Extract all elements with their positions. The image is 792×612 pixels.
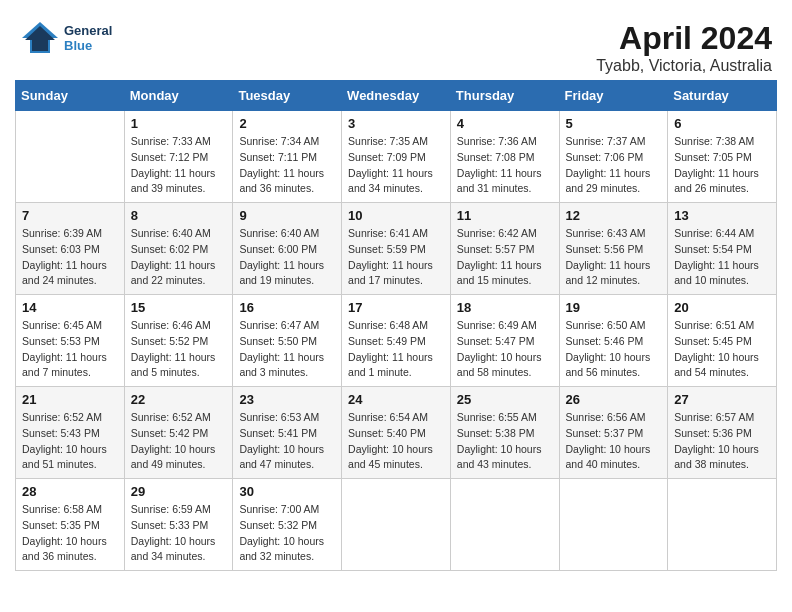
day-number: 17: [348, 300, 444, 315]
day-number: 25: [457, 392, 553, 407]
day-number: 11: [457, 208, 553, 223]
week-row-5: 28Sunrise: 6:58 AM Sunset: 5:35 PM Dayli…: [16, 479, 777, 571]
day-detail: Sunrise: 6:45 AM Sunset: 5:53 PM Dayligh…: [22, 318, 118, 381]
week-row-3: 14Sunrise: 6:45 AM Sunset: 5:53 PM Dayli…: [16, 295, 777, 387]
calendar-cell: [342, 479, 451, 571]
main-title: April 2024: [596, 20, 772, 57]
calendar-cell: 29Sunrise: 6:59 AM Sunset: 5:33 PM Dayli…: [124, 479, 233, 571]
day-number: 15: [131, 300, 227, 315]
day-number: 12: [566, 208, 662, 223]
day-number: 3: [348, 116, 444, 131]
day-detail: Sunrise: 6:43 AM Sunset: 5:56 PM Dayligh…: [566, 226, 662, 289]
calendar-cell: 10Sunrise: 6:41 AM Sunset: 5:59 PM Dayli…: [342, 203, 451, 295]
day-detail: Sunrise: 7:37 AM Sunset: 7:06 PM Dayligh…: [566, 134, 662, 197]
day-number: 8: [131, 208, 227, 223]
calendar-cell: 12Sunrise: 6:43 AM Sunset: 5:56 PM Dayli…: [559, 203, 668, 295]
day-detail: Sunrise: 6:48 AM Sunset: 5:49 PM Dayligh…: [348, 318, 444, 381]
day-detail: Sunrise: 6:59 AM Sunset: 5:33 PM Dayligh…: [131, 502, 227, 565]
calendar-cell: 16Sunrise: 6:47 AM Sunset: 5:50 PM Dayli…: [233, 295, 342, 387]
logo-text: General Blue: [64, 23, 112, 53]
day-detail: Sunrise: 6:56 AM Sunset: 5:37 PM Dayligh…: [566, 410, 662, 473]
day-detail: Sunrise: 6:44 AM Sunset: 5:54 PM Dayligh…: [674, 226, 770, 289]
day-number: 30: [239, 484, 335, 499]
day-number: 13: [674, 208, 770, 223]
day-number: 2: [239, 116, 335, 131]
day-detail: Sunrise: 7:38 AM Sunset: 7:05 PM Dayligh…: [674, 134, 770, 197]
day-detail: Sunrise: 6:42 AM Sunset: 5:57 PM Dayligh…: [457, 226, 553, 289]
day-detail: Sunrise: 7:33 AM Sunset: 7:12 PM Dayligh…: [131, 134, 227, 197]
calendar-cell: 3Sunrise: 7:35 AM Sunset: 7:09 PM Daylig…: [342, 111, 451, 203]
week-row-4: 21Sunrise: 6:52 AM Sunset: 5:43 PM Dayli…: [16, 387, 777, 479]
calendar-cell: [16, 111, 125, 203]
day-number: 5: [566, 116, 662, 131]
calendar-cell: 19Sunrise: 6:50 AM Sunset: 5:46 PM Dayli…: [559, 295, 668, 387]
day-detail: Sunrise: 6:46 AM Sunset: 5:52 PM Dayligh…: [131, 318, 227, 381]
day-detail: Sunrise: 6:52 AM Sunset: 5:42 PM Dayligh…: [131, 410, 227, 473]
col-header-wednesday: Wednesday: [342, 81, 451, 111]
day-number: 18: [457, 300, 553, 315]
day-number: 7: [22, 208, 118, 223]
calendar-cell: 20Sunrise: 6:51 AM Sunset: 5:45 PM Dayli…: [668, 295, 777, 387]
calendar-cell: 21Sunrise: 6:52 AM Sunset: 5:43 PM Dayli…: [16, 387, 125, 479]
calendar-cell: 7Sunrise: 6:39 AM Sunset: 6:03 PM Daylig…: [16, 203, 125, 295]
calendar-cell: [668, 479, 777, 571]
calendar-cell: 2Sunrise: 7:34 AM Sunset: 7:11 PM Daylig…: [233, 111, 342, 203]
day-detail: Sunrise: 6:39 AM Sunset: 6:03 PM Dayligh…: [22, 226, 118, 289]
calendar-cell: 22Sunrise: 6:52 AM Sunset: 5:42 PM Dayli…: [124, 387, 233, 479]
day-detail: Sunrise: 7:34 AM Sunset: 7:11 PM Dayligh…: [239, 134, 335, 197]
day-number: 19: [566, 300, 662, 315]
calendar-cell: 4Sunrise: 7:36 AM Sunset: 7:08 PM Daylig…: [450, 111, 559, 203]
day-number: 16: [239, 300, 335, 315]
day-detail: Sunrise: 6:50 AM Sunset: 5:46 PM Dayligh…: [566, 318, 662, 381]
calendar-cell: 13Sunrise: 6:44 AM Sunset: 5:54 PM Dayli…: [668, 203, 777, 295]
calendar-cell: 30Sunrise: 7:00 AM Sunset: 5:32 PM Dayli…: [233, 479, 342, 571]
col-header-sunday: Sunday: [16, 81, 125, 111]
logo-icon: [20, 20, 60, 55]
day-number: 6: [674, 116, 770, 131]
day-detail: Sunrise: 6:52 AM Sunset: 5:43 PM Dayligh…: [22, 410, 118, 473]
calendar-cell: 25Sunrise: 6:55 AM Sunset: 5:38 PM Dayli…: [450, 387, 559, 479]
day-detail: Sunrise: 7:00 AM Sunset: 5:32 PM Dayligh…: [239, 502, 335, 565]
title-area: April 2024 Tyabb, Victoria, Australia: [596, 20, 772, 75]
day-detail: Sunrise: 6:57 AM Sunset: 5:36 PM Dayligh…: [674, 410, 770, 473]
calendar-cell: 8Sunrise: 6:40 AM Sunset: 6:02 PM Daylig…: [124, 203, 233, 295]
calendar-cell: 5Sunrise: 7:37 AM Sunset: 7:06 PM Daylig…: [559, 111, 668, 203]
col-header-thursday: Thursday: [450, 81, 559, 111]
calendar-cell: 15Sunrise: 6:46 AM Sunset: 5:52 PM Dayli…: [124, 295, 233, 387]
day-detail: Sunrise: 6:53 AM Sunset: 5:41 PM Dayligh…: [239, 410, 335, 473]
day-number: 4: [457, 116, 553, 131]
day-detail: Sunrise: 6:49 AM Sunset: 5:47 PM Dayligh…: [457, 318, 553, 381]
day-detail: Sunrise: 6:51 AM Sunset: 5:45 PM Dayligh…: [674, 318, 770, 381]
day-detail: Sunrise: 6:55 AM Sunset: 5:38 PM Dayligh…: [457, 410, 553, 473]
calendar-cell: 23Sunrise: 6:53 AM Sunset: 5:41 PM Dayli…: [233, 387, 342, 479]
calendar-table: SundayMondayTuesdayWednesdayThursdayFrid…: [15, 80, 777, 571]
day-number: 9: [239, 208, 335, 223]
calendar-cell: 11Sunrise: 6:42 AM Sunset: 5:57 PM Dayli…: [450, 203, 559, 295]
day-detail: Sunrise: 6:41 AM Sunset: 5:59 PM Dayligh…: [348, 226, 444, 289]
day-number: 20: [674, 300, 770, 315]
day-number: 21: [22, 392, 118, 407]
header-row: SundayMondayTuesdayWednesdayThursdayFrid…: [16, 81, 777, 111]
day-number: 28: [22, 484, 118, 499]
day-number: 10: [348, 208, 444, 223]
header: General Blue April 2024 Tyabb, Victoria,…: [10, 10, 782, 80]
calendar-cell: 9Sunrise: 6:40 AM Sunset: 6:00 PM Daylig…: [233, 203, 342, 295]
calendar-cell: 27Sunrise: 6:57 AM Sunset: 5:36 PM Dayli…: [668, 387, 777, 479]
calendar-cell: 14Sunrise: 6:45 AM Sunset: 5:53 PM Dayli…: [16, 295, 125, 387]
calendar-cell: 24Sunrise: 6:54 AM Sunset: 5:40 PM Dayli…: [342, 387, 451, 479]
day-number: 1: [131, 116, 227, 131]
day-number: 22: [131, 392, 227, 407]
day-detail: Sunrise: 7:36 AM Sunset: 7:08 PM Dayligh…: [457, 134, 553, 197]
col-header-friday: Friday: [559, 81, 668, 111]
calendar-cell: 6Sunrise: 7:38 AM Sunset: 7:05 PM Daylig…: [668, 111, 777, 203]
col-header-monday: Monday: [124, 81, 233, 111]
logo: General Blue: [20, 20, 112, 55]
day-number: 14: [22, 300, 118, 315]
calendar-cell: [450, 479, 559, 571]
week-row-1: 1Sunrise: 7:33 AM Sunset: 7:12 PM Daylig…: [16, 111, 777, 203]
day-detail: Sunrise: 6:40 AM Sunset: 6:00 PM Dayligh…: [239, 226, 335, 289]
day-detail: Sunrise: 6:58 AM Sunset: 5:35 PM Dayligh…: [22, 502, 118, 565]
calendar-cell: 28Sunrise: 6:58 AM Sunset: 5:35 PM Dayli…: [16, 479, 125, 571]
week-row-2: 7Sunrise: 6:39 AM Sunset: 6:03 PM Daylig…: [16, 203, 777, 295]
subtitle: Tyabb, Victoria, Australia: [596, 57, 772, 75]
